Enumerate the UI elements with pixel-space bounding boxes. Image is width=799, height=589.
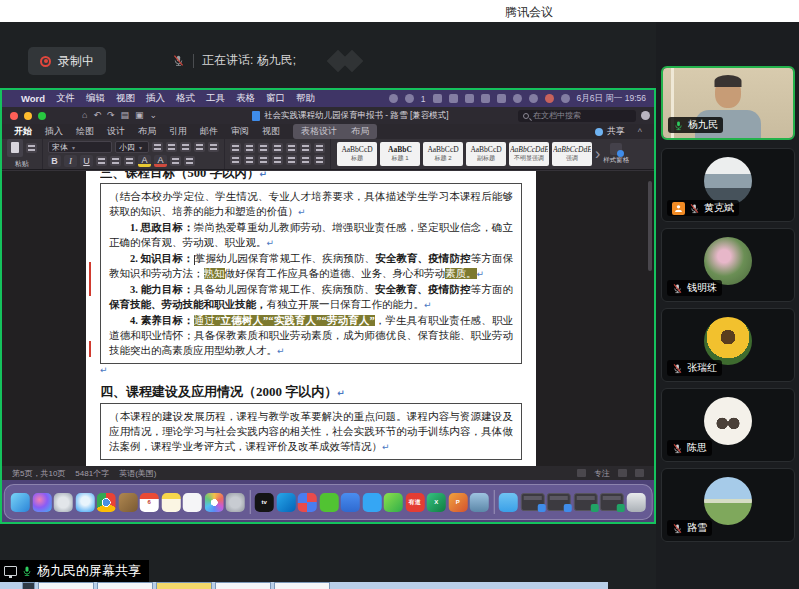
style-subtitle[interactable]: AaBbCcD副标题	[466, 142, 506, 166]
document-scrollbar[interactable]	[648, 181, 652, 271]
tab-home[interactable]: 开始	[14, 125, 32, 138]
dock-app-launchpad[interactable]	[54, 493, 73, 512]
print-icon[interactable]: ▤	[121, 111, 130, 120]
cloud-icon[interactable]	[433, 94, 442, 103]
strikethrough-icon[interactable]	[96, 156, 107, 166]
menu-view[interactable]: 视图	[116, 92, 135, 105]
subscript-icon[interactable]	[110, 156, 121, 166]
decrease-indent-icon[interactable]	[272, 143, 283, 153]
dock-minimized-window-win-excel-2[interactable]	[600, 493, 624, 511]
shrink-font-icon[interactable]	[166, 142, 177, 152]
collapse-ribbon-icon[interactable]: ^	[638, 127, 642, 137]
dock-app-mail-brown[interactable]	[118, 493, 137, 512]
language-indicator[interactable]: 英语(美国)	[119, 468, 156, 479]
dock-app-siri[interactable]	[32, 493, 51, 512]
tab-references[interactable]: 引用	[169, 125, 187, 138]
justify-icon[interactable]	[272, 155, 283, 165]
input-source-icon[interactable]	[545, 94, 554, 103]
dock-app-settings[interactable]	[226, 493, 245, 512]
redo-icon[interactable]: ↷	[107, 111, 115, 120]
align-left-icon[interactable]	[230, 155, 241, 165]
dock-app-chrome[interactable]	[97, 493, 116, 512]
shared-screen[interactable]: Word 文件 编辑 视图 插入 格式 工具 表格 窗口 帮助 1	[0, 88, 656, 524]
menu-app-name[interactable]: Word	[21, 93, 45, 104]
participant-tile-chensi[interactable]: 陈思	[661, 388, 795, 462]
menubar-clock[interactable]: 6月6日 周一 19:56	[577, 93, 646, 105]
undo-icon[interactable]: ↶	[93, 111, 101, 120]
taskbar-window-button[interactable]	[97, 582, 153, 589]
tab-view[interactable]: 视图	[262, 125, 280, 138]
menu-window[interactable]: 窗口	[266, 92, 285, 105]
tab-layout[interactable]: 布局	[138, 125, 156, 138]
dock-app-calendar[interactable]: 6	[140, 493, 159, 512]
wifi-icon[interactable]	[497, 94, 506, 103]
numbering-icon[interactable]	[244, 143, 255, 153]
word-count[interactable]: 5481个字	[75, 468, 109, 479]
style-heading1[interactable]: AaBbC标题 1	[380, 142, 420, 166]
increase-indent-icon[interactable]	[286, 143, 297, 153]
host-taskbar[interactable]	[0, 582, 608, 589]
taskbar-start-button[interactable]	[22, 582, 35, 589]
dock-app-trash[interactable]	[626, 493, 645, 512]
dock-app-qq-music[interactable]	[384, 493, 403, 512]
save-icon[interactable]: ▣	[135, 111, 144, 120]
styles-more-icon[interactable]: ›	[595, 145, 600, 163]
target-icon[interactable]	[405, 94, 414, 103]
dock-app-notes[interactable]	[161, 493, 180, 512]
dock-app-cctalk[interactable]	[362, 493, 381, 512]
color-wheel-icon[interactable]	[561, 94, 570, 103]
font-color-button[interactable]: A	[154, 155, 167, 167]
zoom-icon[interactable]	[38, 112, 46, 120]
tab-review[interactable]: 审阅	[231, 125, 249, 138]
search-input[interactable]: 在文档中搜索	[518, 110, 636, 122]
mac-dock[interactable]: 6tv有道XP	[4, 484, 653, 520]
search-icon[interactable]	[529, 94, 538, 103]
dock-app-meeting-pinwheel[interactable]	[298, 493, 317, 512]
taskbar-window-button[interactable]	[274, 582, 330, 589]
recording-badge[interactable]: 录制中	[28, 47, 106, 75]
cut-icon[interactable]	[26, 143, 37, 153]
menu-tools[interactable]: 工具	[206, 92, 225, 105]
taskbar-window-button[interactable]	[38, 582, 94, 589]
battery-icon[interactable]	[481, 94, 490, 103]
keyboard-icon[interactable]	[465, 94, 474, 103]
participant-tile-qianmingzhu[interactable]: 钱明珠	[661, 228, 795, 302]
close-icon[interactable]	[10, 112, 18, 120]
dock-app-outlook[interactable]	[276, 493, 295, 512]
menu-edit[interactable]: 编辑	[86, 92, 105, 105]
dock-app-wechat[interactable]	[319, 493, 338, 512]
dock-app-finder[interactable]	[11, 493, 30, 512]
web-layout-icon[interactable]	[635, 469, 644, 477]
change-case-icon[interactable]	[180, 142, 191, 152]
tab-draw[interactable]: 绘图	[76, 125, 94, 138]
style-subtle-emphasis[interactable]: AaBbCcDdEe不明显强调	[509, 142, 549, 166]
dock-app-powerpoint[interactable]: P	[448, 493, 467, 512]
focus-label[interactable]: 专注	[594, 468, 610, 479]
line-spacing-icon[interactable]	[286, 155, 297, 165]
align-right-icon[interactable]	[258, 155, 269, 165]
dock-app-mountains[interactable]	[341, 493, 360, 512]
dock-app-folder[interactable]	[499, 493, 518, 512]
share-button[interactable]: 共享	[595, 125, 625, 138]
dock-app-appletv[interactable]: tv	[255, 493, 274, 512]
tab-table-layout[interactable]: 布局	[351, 125, 369, 138]
font-name-select[interactable]: 宋体▾	[48, 141, 112, 153]
minimize-icon[interactable]	[24, 112, 32, 120]
menu-file[interactable]: 文件	[56, 92, 75, 105]
superscript-icon[interactable]	[124, 156, 135, 166]
dock-app-youdao[interactable]: 有道	[405, 493, 424, 512]
print-layout-icon[interactable]	[618, 469, 627, 477]
clock-icon[interactable]	[513, 94, 522, 103]
enclose-character-icon[interactable]	[184, 156, 195, 166]
dock-app-safari[interactable]	[75, 493, 94, 512]
style-emphasis[interactable]: AaBbCcDdEe强调	[552, 142, 592, 166]
taskbar-window-button[interactable]	[215, 582, 271, 589]
menu-format[interactable]: 格式	[176, 92, 195, 105]
participant-tile-yangjiumin[interactable]: 杨九民	[661, 66, 795, 140]
dock-app-photos[interactable]	[204, 493, 223, 512]
tab-design[interactable]: 设计	[107, 125, 125, 138]
participant-tile-huangkebin[interactable]: 黄克斌	[661, 148, 795, 222]
dock-app-excel[interactable]: X	[427, 493, 446, 512]
tab-insert[interactable]: 插入	[45, 125, 63, 138]
underline-button[interactable]: U	[80, 155, 93, 167]
